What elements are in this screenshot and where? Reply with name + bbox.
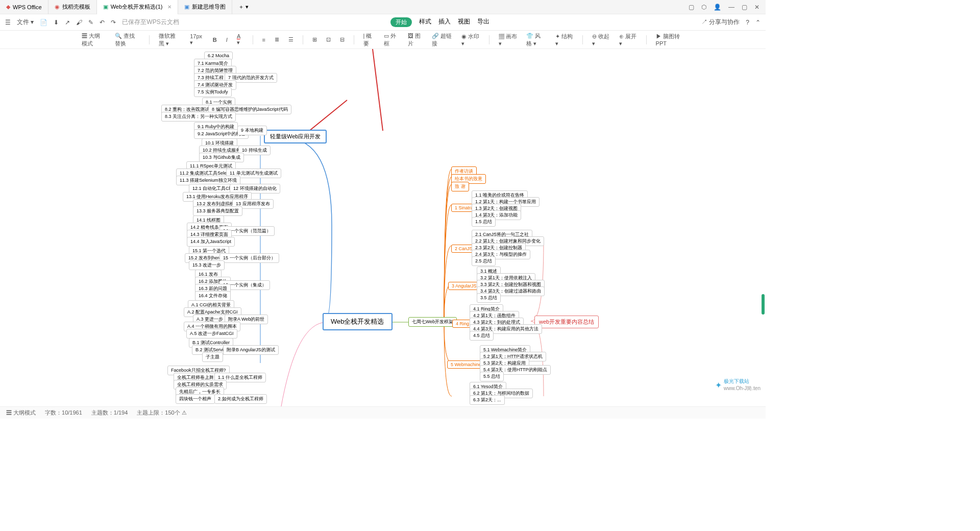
n[interactable]: 15 一个实例（后台部分） [219,253,279,263]
close-win-icon[interactable]: ✕ [754,4,760,11]
tab-template[interactable]: ◉找稻壳模板 [48,0,97,14]
n[interactable]: 9 本地构建 [237,126,267,135]
save-status: 已保存至WPS云文档 [122,18,179,27]
share-button[interactable]: ↗ 分享与协作 [701,18,740,27]
toppt-button[interactable]: ▶ 脑图转PPT [656,33,684,46]
outline-mode[interactable]: ☰ 大纲模式 [82,32,106,47]
open-icon[interactable]: 📄 [40,19,47,26]
cube-icon[interactable]: ⬡ [701,4,706,11]
undo-icon[interactable]: ↶ [100,19,105,26]
image-button[interactable]: 🖼 图片 [408,32,423,47]
size-select[interactable]: 17px ▾ [190,33,204,46]
n[interactable]: 14.4 加入JavaScript [187,237,235,247]
collapse-icon[interactable]: ⌃ [755,19,761,26]
close-icon[interactable]: ✕ [167,4,172,10]
export-icon[interactable]: ↗ [65,19,70,26]
n[interactable]: 16.4 文件存储 [195,291,231,301]
n[interactable]: 四块钱一个相声 [176,394,215,404]
italic-button[interactable]: I [226,37,228,43]
canvas-button[interactable]: ▦ 画布 ▾ [499,33,518,47]
n[interactable]: 5 Webmachine [447,360,485,369]
svg-line-0 [370,49,383,131]
status-words: 字数：10/1961 [45,409,82,417]
expand-button[interactable]: ⊕ 展开 ▾ [619,33,637,47]
n[interactable]: 子主题 [202,352,223,362]
n[interactable]: 5.5 总结 [480,372,504,381]
n[interactable]: 2.5 总结 [472,256,496,266]
menu-icon[interactable]: ☰ [5,19,11,26]
n[interactable]: A.5 改进一步FastCGI [186,329,237,339]
svg-line-1 [306,100,347,133]
link-button[interactable]: 🔗 超链接 [432,32,453,47]
download-icon[interactable]: ⬇ [54,19,59,26]
n[interactable]: 附录B AngularJS的测试 [223,345,279,355]
node-right1[interactable]: 七周七Web开发框架 [408,317,457,327]
menu-style[interactable]: 样式 [419,17,431,27]
n[interactable]: 15.3 改进一步 [189,260,225,270]
layout-icon[interactable]: ▢ [689,4,694,11]
avatar-icon[interactable]: 👤 [714,4,721,11]
n[interactable]: 6.3 第2天：... [470,395,505,405]
summary-button[interactable]: | 概要 [363,32,375,47]
n[interactable]: 4.5 总结 [470,331,494,341]
n[interactable]: 2.如何成为全栈工程师 [214,394,267,404]
find-replace[interactable]: 🔍 查找替换 [115,32,140,47]
pen-icon[interactable]: ✎ [88,19,93,26]
mindmap-canvas[interactable]: 轻量级Web应用开发 Web全栈开发精选 七周七Web开发框架 web开发重要内… [0,49,766,406]
color-button[interactable]: A ▾ [237,33,243,46]
menu-export[interactable]: 导出 [477,17,489,27]
file-menu[interactable]: 文件 ▾ [17,18,34,27]
tab-new[interactable]: ▣新建思维导图 [178,0,232,14]
watermark-button[interactable]: ◉ 水印 ▾ [461,33,480,47]
node-icon3[interactable]: ⊟ [340,36,345,43]
tab-doc[interactable]: ▣Web全栈开发精选(1)✕ [97,0,178,14]
brush-icon[interactable]: 🖌 [76,19,82,26]
n[interactable]: 3 AngularJS [448,282,480,290]
structure-button[interactable]: ✦ 结构 ▾ [555,33,573,47]
menu-view[interactable]: 视图 [458,17,470,27]
max-icon[interactable]: ▢ [742,4,747,11]
status-limit: 主题上限：150个 ⚠ [137,409,186,417]
n[interactable]: 致 谢 [451,182,469,191]
align-right-icon[interactable]: ☰ [288,36,293,43]
collapse-button[interactable]: ⊖ 收起 ▾ [592,33,610,47]
align-left-icon[interactable]: ≡ [262,37,265,43]
status-outline[interactable]: ☰ 大纲模式 [6,409,36,417]
align-center-icon[interactable]: ≣ [275,36,279,43]
min-icon[interactable]: — [728,4,734,11]
n[interactable]: 7.5 实例Todofy [194,87,232,97]
help-icon[interactable]: ? [746,19,749,26]
n[interactable]: 13.3 服务器典型配置 [193,206,242,216]
n[interactable]: 8.3 关注点分离：另一种实现方式 [161,112,236,122]
new-tab-button[interactable]: ＋ ▾ [232,0,255,14]
status-topics: 主题数：1/194 [91,409,128,417]
watermark: ✦ 极光下载站www.Oh-J简.ten [715,378,761,392]
border-button[interactable]: ▭ 外框 [384,32,398,47]
tab-wps[interactable]: ◆WPS Office [0,0,48,14]
node-right2[interactable]: web开发重要内容总结 [534,316,599,328]
node-icon2[interactable]: ⊡ [326,36,331,43]
node-icon1[interactable]: ⊞ [312,36,317,43]
menu-insert[interactable]: 插入 [438,17,451,27]
redo-icon[interactable]: ↷ [111,19,116,26]
n[interactable]: 3.5 总结 [477,293,501,303]
scrollbar[interactable] [762,294,765,315]
bold-button[interactable]: B [213,37,217,43]
node-center[interactable]: Web全栈开发精选 [323,313,393,330]
node-selected[interactable]: 轻量级Web应用开发 [264,130,327,143]
n[interactable]: 1.5 总结 [472,217,496,227]
font-select[interactable]: 微软雅黑 ▾ [159,32,181,47]
style-button[interactable]: 👕 风格 ▾ [526,32,546,47]
menu-start[interactable]: 开始 [390,17,412,27]
